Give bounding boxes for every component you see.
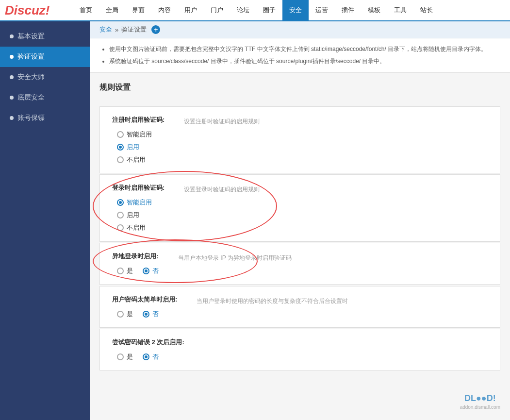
radio-label: 智能启用 bbox=[127, 130, 152, 139]
sidebar-item-验证设置[interactable]: 验证设置 bbox=[0, 47, 90, 67]
radio-label: 是 bbox=[127, 267, 133, 275]
password-error-label: 尝试密码错误 2 次后启用: bbox=[112, 338, 184, 347]
radio-input[interactable] bbox=[117, 268, 124, 274]
info-item: 系统验证码位于 source/class/seccode/ 目录中，插件验证码位… bbox=[109, 55, 500, 67]
radio-input[interactable] bbox=[117, 311, 124, 318]
nav-item-界面[interactable]: 界面 bbox=[125, 0, 151, 21]
nav-menu: 首页全局界面内容用户门户论坛圈子安全运营插件模板工具站长 bbox=[73, 0, 440, 21]
breadcrumb-separator: » bbox=[115, 26, 118, 34]
watermark: DL●●D! addon.dismall.com bbox=[460, 393, 500, 410]
radio-label: 启用 bbox=[127, 211, 139, 219]
radio-row[interactable]: 启用 bbox=[117, 143, 165, 151]
radio-label: 否 bbox=[152, 310, 159, 319]
password-error-options: 是否 bbox=[117, 353, 184, 361]
nav-item-圈子[interactable]: 圈子 bbox=[256, 0, 282, 21]
nav-item-插件[interactable]: 插件 bbox=[335, 0, 361, 21]
login-captcha-hint: 设置登录时验证码的启用规则 bbox=[184, 184, 488, 194]
radio-row[interactable]: 否 bbox=[143, 310, 159, 319]
sidebar-item-label: 账号保镖 bbox=[17, 114, 45, 122]
radio-input[interactable] bbox=[143, 353, 149, 360]
password-error-hint bbox=[204, 338, 488, 340]
radio-input[interactable] bbox=[117, 199, 124, 206]
radio-input[interactable] bbox=[117, 212, 124, 218]
radio-label: 不启用 bbox=[127, 223, 146, 232]
remote-login-section: 异地登录时启用: 是否 当用户本地登录 IP 为异地登录时启用验证码 bbox=[100, 243, 500, 285]
nav-item-模板[interactable]: 模板 bbox=[361, 0, 387, 21]
sidebar-dot bbox=[10, 34, 14, 38]
sidebar-item-label: 基本设置 bbox=[17, 32, 45, 41]
radio-input[interactable] bbox=[143, 268, 149, 274]
logo-text: Discuz! bbox=[5, 3, 49, 17]
info-item: 使用中文图片验证码前，需要把包含完整中文汉字的 TTF 中文字体文件上传到 st… bbox=[109, 43, 500, 55]
sidebar-dot bbox=[10, 75, 14, 79]
add-button[interactable]: + bbox=[151, 25, 160, 34]
sidebar-item-账号保镖[interactable]: 账号保镖 bbox=[0, 108, 90, 128]
register-captcha-options: 智能启用启用不启用 bbox=[117, 130, 165, 164]
radio-label: 否 bbox=[152, 353, 159, 361]
sidebar-item-基本设置[interactable]: 基本设置 bbox=[0, 26, 90, 47]
main-layout: 基本设置验证设置安全大师底层安全账号保镖 安全 » 验证设置 + 使用中文图片验… bbox=[0, 21, 510, 420]
breadcrumb-current: 验证设置 bbox=[121, 25, 147, 34]
radio-row[interactable]: 否 bbox=[143, 267, 159, 275]
sidebar-item-底层安全[interactable]: 底层安全 bbox=[0, 87, 90, 108]
radio-row[interactable]: 启用 bbox=[117, 211, 165, 219]
nav-item-全局[interactable]: 全局 bbox=[99, 0, 125, 21]
radio-row[interactable]: 是 bbox=[117, 353, 133, 361]
simple-password-hint: 当用户登录时使用的密码的长度与复杂度不符合后台设置时 bbox=[197, 295, 488, 305]
sidebar-dot bbox=[10, 116, 14, 120]
radio-input[interactable] bbox=[117, 353, 124, 360]
nav-item-门户[interactable]: 门户 bbox=[204, 0, 230, 21]
radio-row[interactable]: 不启用 bbox=[117, 223, 165, 232]
nav-item-站长[interactable]: 站长 bbox=[413, 0, 440, 21]
password-error-section: 尝试密码错误 2 次后启用: 是否 bbox=[100, 329, 500, 370]
radio-label: 智能启用 bbox=[127, 198, 152, 207]
radio-input[interactable] bbox=[117, 131, 124, 138]
breadcrumb-home[interactable]: 安全 bbox=[99, 25, 112, 34]
login-captcha-label: 登录时启用验证码: bbox=[112, 184, 165, 192]
login-captcha-section: 登录时启用验证码: 智能启用启用不启用 设置登录时验证码的启用规则 bbox=[100, 175, 500, 241]
nav-item-论坛[interactable]: 论坛 bbox=[230, 0, 256, 21]
main-content: 安全 » 验证设置 + 使用中文图片验证码前，需要把包含完整中文汉字的 TTF … bbox=[90, 21, 510, 420]
nav-item-首页[interactable]: 首页 bbox=[73, 0, 99, 21]
remote-login-hint: 当用户本地登录 IP 为异地登录时启用验证码 bbox=[178, 252, 488, 262]
top-navigation: Discuz! 首页全局界面内容用户门户论坛圈子安全运营插件模板工具站长 bbox=[0, 0, 510, 21]
radio-row[interactable]: 智能启用 bbox=[117, 198, 165, 207]
rules-section-title: 规则设置 bbox=[99, 83, 500, 97]
nav-item-运营[interactable]: 运营 bbox=[309, 0, 335, 21]
remote-login-options: 是否 bbox=[117, 267, 159, 275]
sidebar: 基本设置验证设置安全大师底层安全账号保镖 bbox=[0, 21, 90, 420]
radio-row[interactable]: 不启用 bbox=[117, 155, 165, 164]
sidebar-item-label: 底层安全 bbox=[17, 93, 45, 102]
radio-input[interactable] bbox=[117, 156, 124, 163]
radio-input[interactable] bbox=[143, 311, 149, 318]
sidebar-item-安全大师[interactable]: 安全大师 bbox=[0, 67, 90, 87]
radio-label: 启用 bbox=[127, 143, 139, 151]
radio-label: 不启用 bbox=[127, 155, 146, 164]
register-captcha-label: 注册时启用验证码: bbox=[112, 116, 165, 124]
radio-label: 是 bbox=[127, 353, 133, 361]
register-captcha-section: 注册时启用验证码: 智能启用启用不启用 设置注册时验证码的启用规则 bbox=[99, 106, 500, 173]
sidebar-dot bbox=[10, 55, 14, 59]
radio-input[interactable] bbox=[117, 144, 124, 151]
radio-row[interactable]: 否 bbox=[143, 353, 159, 361]
radio-label: 否 bbox=[152, 267, 159, 275]
info-box: 使用中文图片验证码前，需要把包含完整中文汉字的 TTF 中文字体文件上传到 st… bbox=[90, 38, 510, 73]
content-area: 规则设置 注册时启用验证码: 智能启用启用不启用 设置注册时验证码的启用规则 bbox=[90, 73, 510, 381]
simple-password-label: 用户密码太简单时启用: bbox=[112, 295, 177, 304]
nav-item-工具[interactable]: 工具 bbox=[387, 0, 413, 21]
register-captcha-hint: 设置注册时验证码的启用规则 bbox=[184, 116, 488, 126]
simple-password-options: 是否 bbox=[117, 310, 177, 319]
radio-row[interactable]: 是 bbox=[117, 310, 133, 319]
nav-item-用户[interactable]: 用户 bbox=[178, 0, 204, 21]
radio-row[interactable]: 是 bbox=[117, 267, 133, 275]
sidebar-item-label: 安全大师 bbox=[17, 73, 45, 82]
login-captcha-options: 智能启用启用不启用 bbox=[117, 198, 165, 232]
logo: Discuz! bbox=[5, 3, 63, 18]
radio-label: 是 bbox=[127, 310, 133, 319]
radio-input[interactable] bbox=[117, 224, 124, 231]
breadcrumb: 安全 » 验证设置 + bbox=[90, 21, 510, 38]
nav-item-内容[interactable]: 内容 bbox=[151, 0, 178, 21]
simple-password-section: 用户密码太简单时启用: 是否 当用户登录时使用的密码的长度与复杂度不符合后台设置… bbox=[100, 286, 500, 327]
radio-row[interactable]: 智能启用 bbox=[117, 130, 165, 139]
nav-item-安全[interactable]: 安全 bbox=[282, 0, 309, 21]
